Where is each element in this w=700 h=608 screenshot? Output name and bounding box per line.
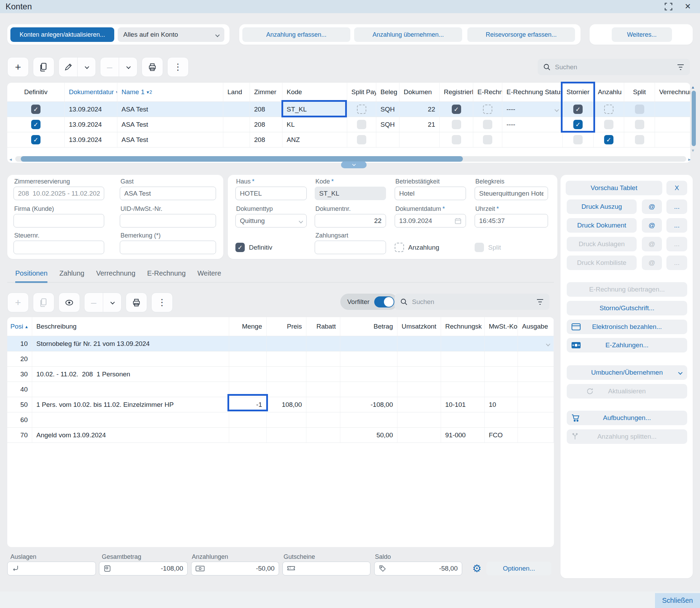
vorfilter-toggle[interactable]	[374, 296, 394, 307]
checkbox-split-paym[interactable]	[357, 105, 366, 114]
cell-ausgabe[interactable]	[518, 336, 554, 351]
col-umsatzkonto[interactable]: Umsatzkont	[397, 317, 441, 336]
druck-auszug-email-button[interactable]: @	[642, 199, 662, 214]
calendar-icon[interactable]	[455, 217, 461, 224]
accounts-search[interactable]: Suchen	[538, 59, 690, 75]
checkbox-storniert[interactable]	[573, 135, 583, 144]
col-land[interactable]: Land	[223, 83, 250, 101]
schliessen-button[interactable]: Schließen	[655, 593, 700, 608]
checkbox-definitiv[interactable]	[31, 120, 41, 129]
optionen-button[interactable]: Optionen...	[486, 562, 551, 575]
edit-options-chevron[interactable]	[77, 57, 96, 77]
druck-dokument-more-button[interactable]: ...	[666, 218, 687, 233]
remove-options-chevron[interactable]	[119, 57, 137, 77]
umbuchen-uebernehmen-button[interactable]: Umbuchen/Übernehmen	[567, 365, 687, 380]
col-split[interactable]: Split	[624, 83, 655, 101]
checkbox-split-paym[interactable]	[357, 120, 366, 129]
tab-verrechnung[interactable]: Verrechnung	[96, 269, 135, 283]
print-positions-button[interactable]	[126, 293, 147, 312]
saldo-field[interactable]: -58,00	[374, 562, 462, 575]
tab-e-rechnung[interactable]: E-Rechnung	[147, 269, 186, 283]
anzahlung-checkbox[interactable]	[395, 243, 404, 252]
deposit-record-button[interactable]: Anzahlung erfassen...	[242, 27, 350, 42]
dokumentdatum-field[interactable]: 13.09.2024	[395, 214, 466, 227]
col-ausgabe[interactable]: Ausgabe	[518, 317, 554, 336]
col-kode[interactable]: Kode	[282, 83, 347, 101]
close-icon[interactable]: ✕	[685, 2, 691, 11]
col-preis[interactable]: Preis	[267, 317, 306, 336]
checkbox-registriert[interactable]	[452, 120, 461, 129]
druck-dokument-email-button[interactable]: @	[642, 218, 662, 233]
col-beschreibung[interactable]: Beschreibung	[32, 317, 229, 336]
gast-field[interactable]: ASA Test	[120, 187, 216, 200]
belegkreis-field[interactable]: Steuerquittungen Hote	[475, 187, 548, 200]
cell-status[interactable]: ----	[502, 117, 563, 132]
storno-gutschrift-button[interactable]: Storno/Gutschrift...	[567, 301, 687, 315]
table-row[interactable]: 13.09.2024 ASA Test 208 ANZ	[7, 132, 690, 147]
hscroll-left-arrow[interactable]: ◂	[9, 157, 12, 162]
add-account-button[interactable]: +	[7, 57, 29, 77]
positions-menu-button[interactable]: ⋮	[151, 293, 173, 312]
checkbox-split-paym[interactable]	[357, 135, 366, 144]
filter-icon[interactable]	[536, 299, 544, 305]
tab-weitere[interactable]: Weitere	[197, 269, 221, 283]
edit-account-split-button[interactable]	[59, 57, 96, 77]
col-registriert[interactable]: Registrierl	[440, 83, 473, 101]
checkbox-anzahlung[interactable]	[604, 105, 613, 114]
betrieb-field[interactable]: Hotel	[395, 187, 466, 200]
position-row[interactable]: 40	[7, 382, 554, 397]
more-button[interactable]: Weiteres...	[612, 27, 672, 42]
druck-auszug-more-button[interactable]: ...	[666, 199, 687, 214]
checkbox-e-rechnung[interactable]	[483, 105, 492, 114]
uhrzeit-field[interactable]: 16:45:37	[475, 214, 548, 227]
checkbox-registriert[interactable]	[452, 135, 461, 144]
gutscheine-field[interactable]	[282, 562, 370, 575]
col-mwst[interactable]: MwSt.-Kod	[485, 317, 518, 336]
gear-icon[interactable]: ⚙	[472, 562, 482, 574]
checkbox-storniert[interactable]	[573, 105, 583, 114]
copy-account-button[interactable]	[33, 57, 54, 77]
edit-icon[interactable]	[59, 57, 77, 77]
filter-icon[interactable]	[677, 64, 684, 70]
anzahlungen-field[interactable]: -50,00	[191, 562, 279, 575]
position-row[interactable]: 50 1 Pers. vom 10.02. bis 11.02. Einzelz…	[7, 397, 554, 412]
col-definitiv[interactable]: Definitiv	[7, 83, 65, 101]
position-row[interactable]: 10 Stornobeleg für Nr. 21 vom 13.09.2024	[7, 336, 554, 351]
col-e-rechnung-status[interactable]: E-Rechnung Status	[502, 83, 563, 101]
col-menge[interactable]: Menge	[229, 317, 267, 336]
vscroll-thumb[interactable]	[692, 91, 696, 146]
vscroll-up-arrow[interactable]: ▴	[692, 84, 694, 90]
status-chevron-icon[interactable]	[555, 107, 559, 112]
remove-options-chevron[interactable]	[103, 293, 121, 312]
checkbox-split[interactable]	[635, 120, 644, 129]
checkbox-definitiv[interactable]	[31, 105, 41, 114]
position-row[interactable]: 60	[7, 412, 554, 427]
print-accounts-button[interactable]	[142, 57, 163, 77]
col-e-rechnung[interactable]: E-Rechnur	[473, 83, 502, 101]
row-chevron-icon[interactable]	[546, 342, 550, 346]
col-name1[interactable]: Name 1▾2	[117, 83, 223, 101]
checkbox-registriert[interactable]	[452, 105, 461, 114]
col-rechnungskreis[interactable]: Rechnungsk	[441, 317, 485, 336]
checkbox-e-rechnung[interactable]	[483, 120, 492, 129]
col-betrag[interactable]: Betrag	[340, 317, 397, 336]
druck-dokument-button[interactable]: Druck Dokument	[567, 218, 637, 233]
tab-positionen[interactable]: Positionen	[15, 269, 47, 283]
hscroll-right-arrow[interactable]: ▸	[688, 157, 691, 162]
zahlungsart-field[interactable]	[315, 241, 386, 254]
kode-field[interactable]: ST_KL	[315, 187, 386, 200]
steuernr-field[interactable]	[14, 241, 104, 254]
firma-field[interactable]	[14, 214, 104, 227]
uid-field[interactable]	[120, 214, 216, 227]
druck-auszug-button[interactable]: Druck Auszug	[567, 199, 637, 214]
checkbox-definitiv[interactable]	[31, 135, 41, 144]
positions-search[interactable]: Suchen	[395, 294, 549, 310]
remove-position-split-button[interactable]: –	[84, 293, 122, 312]
checkbox-split[interactable]	[635, 135, 644, 144]
col-anzahlung[interactable]: Anzahlu	[594, 83, 624, 101]
vorschau-x-button[interactable]: X	[666, 181, 687, 195]
aufbuchungen-button[interactable]: Aufbuchungen...	[567, 411, 687, 425]
table-row[interactable]: 13.09.2024 ASA Test 208 KL SQH 21 ----	[7, 117, 690, 132]
view-position-button[interactable]	[59, 293, 80, 312]
remove-account-split-button[interactable]: –	[100, 57, 137, 77]
